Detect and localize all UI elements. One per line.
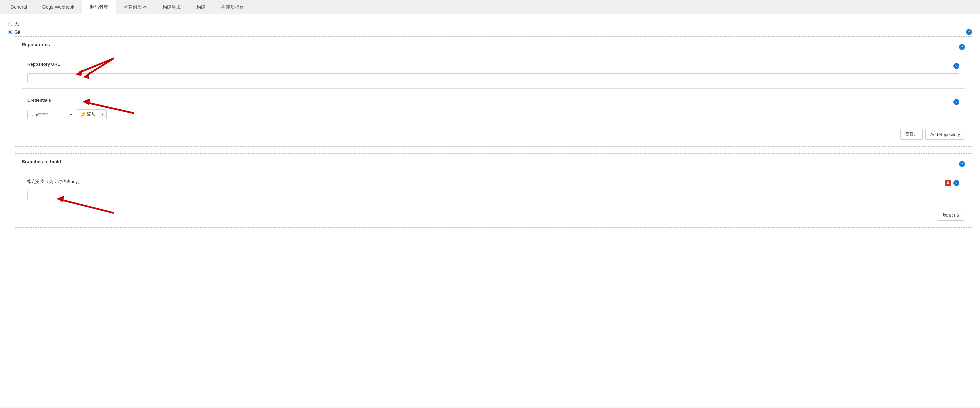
tab-general[interactable]: General bbox=[3, 0, 35, 14]
advanced-button[interactable]: 高级... bbox=[900, 129, 923, 140]
repositories-help-icon[interactable]: ? bbox=[959, 44, 965, 50]
add-branch-button[interactable]: 增加分支 bbox=[938, 210, 965, 221]
repositories-section: Repositories ? Repository URL ? http://…… bbox=[15, 36, 972, 147]
tab-gogs-webhook[interactable]: Gogs Webhook bbox=[35, 0, 82, 14]
add-credentials-btn[interactable]: 🔑 添加 ▾ bbox=[76, 109, 107, 120]
credentials-help-icon[interactable]: ? bbox=[953, 99, 959, 105]
credentials-select[interactable]: …​i/****** bbox=[27, 110, 74, 120]
branches-help-icon[interactable]: ? bbox=[959, 161, 965, 167]
branch-item-subsection: 指定分支（为空时代表any） X ? */master bbox=[22, 174, 965, 206]
branch-buttons-row: 增加分支 bbox=[22, 210, 965, 221]
tabs-bar: General Gogs Webhook 源码管理 构建触发器 构建环境 构建 … bbox=[0, 0, 980, 14]
add-credentials-main-btn[interactable]: 🔑 添加 bbox=[77, 110, 99, 119]
repositories-section-header: Repositories ? bbox=[22, 42, 965, 52]
branch-item-label: 指定分支（为空时代表any） bbox=[27, 178, 82, 185]
tab-post-build[interactable]: 构建后操作 bbox=[213, 0, 252, 14]
repo-url-help-icon[interactable]: ? bbox=[953, 63, 959, 69]
add-repository-button[interactable]: Add Repository bbox=[925, 129, 965, 140]
credentials-subsection: Credentials ? …​i/****** 🔑 添加 ▾ bbox=[22, 92, 965, 125]
branch-delete-badge[interactable]: X bbox=[945, 180, 951, 186]
branches-section: Branches to build ? 指定分支（为空时代表any） X ? *… bbox=[15, 153, 972, 228]
branch-item-header: 指定分支（为空时代表any） X ? bbox=[27, 178, 959, 187]
tab-build-trigger[interactable]: 构建触发器 bbox=[116, 0, 154, 14]
radio-none[interactable]: 无 bbox=[8, 21, 972, 27]
add-credentials-label: 添加 bbox=[87, 112, 95, 117]
add-credentials-dropdown-btn[interactable]: ▾ bbox=[99, 111, 106, 118]
branches-section-header: Branches to build ? bbox=[22, 159, 965, 169]
radio-git-input[interactable] bbox=[8, 30, 12, 34]
content-area: 无 Git ? Repositories ? Repository URL ? bbox=[0, 14, 980, 407]
tab-build-env[interactable]: 构建环境 bbox=[154, 0, 189, 14]
credentials-title: Credentials bbox=[27, 98, 51, 103]
tab-build[interactable]: 构建 bbox=[189, 0, 213, 14]
repository-url-subsection: Repository URL ? http://…​.​…​.​…​ui/Dem… bbox=[22, 57, 965, 89]
branch-item-help-icon[interactable]: ? bbox=[953, 180, 959, 186]
repositories-title: Repositories bbox=[22, 42, 50, 47]
branch-input[interactable]: */master bbox=[27, 191, 959, 200]
repo-buttons-row: 高级... Add Repository bbox=[22, 129, 965, 140]
radio-none-input[interactable] bbox=[8, 22, 12, 26]
repo-url-input[interactable]: http://…​.​…​.​…​ui/Demo.git bbox=[27, 73, 959, 83]
credentials-header: Credentials ? bbox=[27, 98, 959, 106]
git-help-icon[interactable]: ? bbox=[966, 29, 972, 35]
git-option-row: Git ? bbox=[8, 29, 972, 35]
radio-git[interactable]: Git bbox=[8, 29, 20, 35]
branch-item-controls: X ? bbox=[945, 180, 959, 186]
radio-none-label: 无 bbox=[14, 21, 19, 27]
radio-git-label: Git bbox=[14, 29, 20, 35]
credentials-row: …​i/****** 🔑 添加 ▾ bbox=[27, 109, 959, 120]
tab-source-mgmt[interactable]: 源码管理 bbox=[82, 0, 116, 14]
branches-title: Branches to build bbox=[22, 159, 61, 164]
repo-url-header: Repository URL ? bbox=[27, 62, 959, 70]
add-credentials-emoji: 🔑 bbox=[80, 112, 86, 117]
repo-url-title: Repository URL bbox=[27, 62, 60, 67]
